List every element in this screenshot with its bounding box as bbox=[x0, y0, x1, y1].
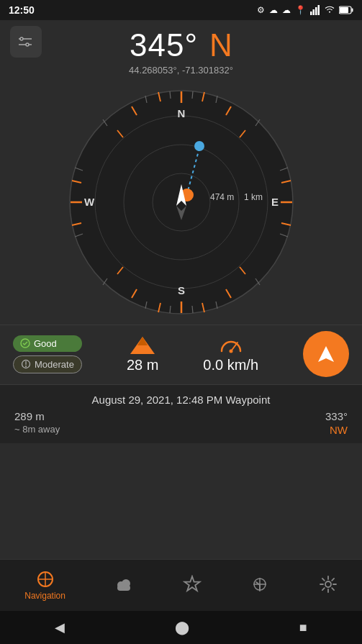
navigation-nav-icon bbox=[36, 570, 55, 589]
heading-display: 345° N bbox=[14, 27, 348, 63]
speed-display: 0.0 km/h bbox=[203, 335, 258, 373]
waypoint-info: 289 m ~ 8m away 333° NW bbox=[14, 410, 348, 436]
svg-rect-2 bbox=[315, 7, 317, 15]
svg-marker-71 bbox=[318, 346, 334, 362]
battery-icon bbox=[339, 6, 353, 14]
settings-status-icon: ⚙ bbox=[257, 5, 265, 15]
svg-text:N: N bbox=[177, 107, 185, 119]
badge-good-label: Good bbox=[34, 338, 57, 349]
svg-point-60 bbox=[194, 141, 204, 151]
elevation-display: 28 m bbox=[127, 335, 158, 373]
waypoint-section: August 29, 2021, 12:48 PM Waypoint 289 m… bbox=[0, 384, 362, 443]
svg-point-13 bbox=[70, 91, 293, 314]
svg-rect-5 bbox=[340, 7, 348, 13]
elevation-value: 28 m bbox=[127, 357, 158, 373]
radar-nav-icon bbox=[250, 575, 269, 594]
weather-nav-icon bbox=[114, 575, 133, 594]
compass-svg: N S E W 474 m 1 km bbox=[66, 87, 297, 317]
svg-point-82 bbox=[325, 581, 331, 587]
waypoint-bearing: 333° bbox=[325, 410, 348, 422]
system-nav-bar: ◀ ⬤ ■ bbox=[0, 611, 362, 644]
signal-good-icon bbox=[20, 338, 30, 348]
svg-point-67 bbox=[25, 366, 27, 367]
header: 345° N 44.268053°, -71.301832° bbox=[0, 20, 362, 80]
nav-item-weather[interactable] bbox=[107, 571, 140, 600]
badge-good: Good bbox=[13, 335, 82, 352]
svg-text:W: W bbox=[83, 196, 94, 208]
svg-rect-0 bbox=[310, 12, 312, 15]
signal-icon bbox=[310, 5, 320, 15]
cloud2-status-icon: ☁ bbox=[282, 5, 291, 15]
status-time: 12:50 bbox=[9, 4, 35, 16]
navigate-arrow-icon bbox=[315, 343, 337, 365]
settings-nav-icon bbox=[319, 575, 338, 594]
waypoint-distance: 289 m bbox=[14, 410, 60, 422]
nav-item-navigation[interactable]: Navigation bbox=[17, 566, 73, 605]
svg-marker-69 bbox=[137, 337, 148, 345]
bottom-nav: Navigation bbox=[0, 559, 362, 611]
settings-button[interactable] bbox=[10, 26, 42, 58]
waypoint-direction: NW bbox=[330, 424, 348, 436]
status-icons: ⚙ ☁ ☁ 📍 bbox=[257, 5, 353, 15]
back-button[interactable]: ◀ bbox=[55, 620, 65, 635]
navigate-button[interactable] bbox=[303, 331, 349, 377]
speed-value: 0.0 km/h bbox=[203, 357, 258, 373]
heading-direction: N bbox=[209, 27, 232, 63]
waypoint-away: ~ 8m away bbox=[14, 424, 60, 435]
svg-point-10 bbox=[26, 43, 29, 46]
elevation-icon bbox=[130, 335, 155, 355]
speed-icon bbox=[219, 335, 243, 355]
waypoint-right: 333° NW bbox=[325, 410, 348, 436]
nav-item-settings[interactable] bbox=[312, 571, 345, 600]
waypoints-nav-icon bbox=[183, 575, 202, 594]
svg-text:S: S bbox=[177, 284, 184, 296]
wifi-icon bbox=[325, 6, 335, 14]
compass-display: N S E W 474 m 1 km bbox=[66, 87, 297, 317]
svg-text:1 km: 1 km bbox=[244, 192, 263, 202]
svg-rect-6 bbox=[352, 9, 353, 12]
location-status-icon: 📍 bbox=[295, 5, 306, 15]
cloud-status-icon: ☁ bbox=[269, 5, 278, 15]
svg-point-7 bbox=[20, 37, 23, 40]
nav-item-waypoints[interactable] bbox=[176, 571, 209, 600]
gps-badges: Good Moderate bbox=[13, 335, 82, 373]
signal-moderate-icon bbox=[21, 359, 31, 369]
badge-moderate-label: Moderate bbox=[35, 359, 74, 370]
nav-item-navigation-label: Navigation bbox=[24, 591, 65, 601]
heading-degrees: 345° bbox=[130, 27, 198, 63]
svg-marker-78 bbox=[184, 576, 199, 591]
svg-rect-3 bbox=[318, 5, 320, 15]
home-button[interactable]: ⬤ bbox=[175, 620, 189, 635]
status-bar: 12:50 ⚙ ☁ ☁ 📍 bbox=[0, 0, 362, 20]
svg-point-70 bbox=[229, 349, 232, 353]
badge-moderate: Moderate bbox=[13, 355, 82, 373]
svg-text:474 m: 474 m bbox=[210, 192, 234, 202]
svg-point-77 bbox=[122, 579, 130, 588]
compass-container: N S E W 474 m 1 km bbox=[0, 80, 362, 325]
recents-button[interactable]: ■ bbox=[299, 620, 307, 635]
svg-rect-1 bbox=[313, 9, 315, 15]
info-bar: Good Moderate 28 m 0.0 km/h bbox=[0, 325, 362, 384]
nav-item-radar[interactable] bbox=[243, 571, 276, 600]
waypoint-left: 289 m ~ 8m away bbox=[14, 410, 60, 435]
waypoint-title: August 29, 2021, 12:48 PM Waypoint bbox=[14, 394, 348, 406]
svg-text:E: E bbox=[271, 196, 278, 208]
gps-coordinates: 44.268053°, -71.301832° bbox=[129, 65, 233, 76]
